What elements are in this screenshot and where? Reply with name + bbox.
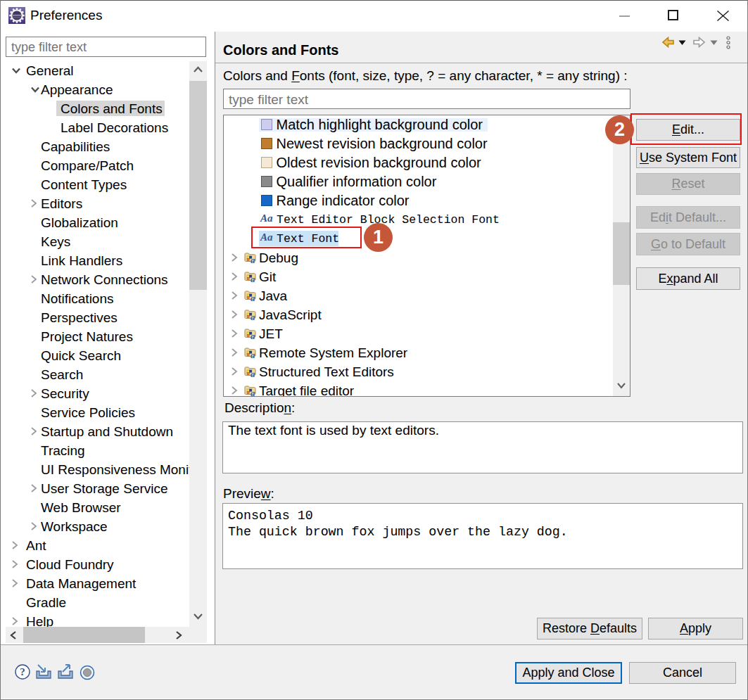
- svg-text:a: a: [251, 388, 255, 397]
- svg-text:a: a: [251, 369, 255, 378]
- svg-text:a: a: [251, 274, 255, 283]
- svg-text:?: ?: [20, 666, 25, 677]
- svg-text:a: a: [251, 255, 255, 264]
- svg-text:a: a: [251, 350, 255, 359]
- svg-text:a: a: [251, 293, 255, 302]
- svg-text:a: a: [251, 331, 255, 340]
- svg-text:a: a: [251, 312, 255, 321]
